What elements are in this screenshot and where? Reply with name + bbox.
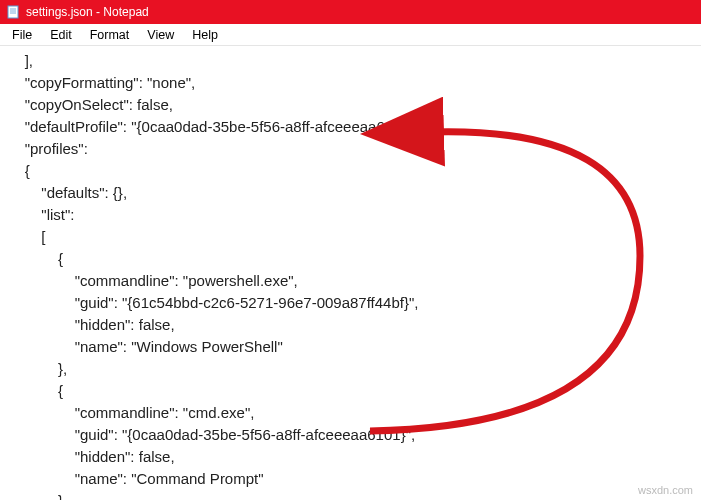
editor-line: { — [8, 248, 701, 270]
editor-line: "guid": "{61c54bbd-c2c6-5271-96e7-009a87… — [8, 292, 701, 314]
editor-line: "commandline": "powershell.exe", — [8, 270, 701, 292]
editor-line: }, — [8, 490, 701, 500]
text-editor[interactable]: ], "copyFormatting": "none", "copyOnSele… — [0, 46, 701, 500]
editor-line: { — [8, 380, 701, 402]
window-titlebar: settings.json - Notepad — [0, 0, 701, 24]
menubar: File Edit Format View Help — [0, 24, 701, 46]
menu-help[interactable]: Help — [184, 26, 226, 44]
editor-line: ], — [8, 50, 701, 72]
editor-line: }, — [8, 358, 701, 380]
editor-line: "name": "Command Prompt" — [8, 468, 701, 490]
editor-line: "defaultProfile": "{0caa0dad-35be-5f56-a… — [8, 116, 701, 138]
menu-edit[interactable]: Edit — [42, 26, 80, 44]
editor-line: "copyFormatting": "none", — [8, 72, 701, 94]
editor-line: "profiles": — [8, 138, 701, 160]
editor-line: "name": "Windows PowerShell" — [8, 336, 701, 358]
editor-line: "guid": "{0caa0dad-35be-5f56-a8ff-afceee… — [8, 424, 701, 446]
notepad-icon — [6, 5, 20, 19]
menu-view[interactable]: View — [139, 26, 182, 44]
menu-file[interactable]: File — [4, 26, 40, 44]
editor-line: "copyOnSelect": false, — [8, 94, 701, 116]
editor-line: "defaults": {}, — [8, 182, 701, 204]
editor-line: "hidden": false, — [8, 446, 701, 468]
menu-format[interactable]: Format — [82, 26, 138, 44]
watermark: wsxdn.com — [638, 484, 693, 496]
svg-rect-0 — [8, 6, 18, 18]
window-title: settings.json - Notepad — [26, 5, 149, 19]
editor-line: "hidden": false, — [8, 314, 701, 336]
editor-line: "list": — [8, 204, 701, 226]
editor-line: "commandline": "cmd.exe", — [8, 402, 701, 424]
editor-line: [ — [8, 226, 701, 248]
editor-line: { — [8, 160, 701, 182]
